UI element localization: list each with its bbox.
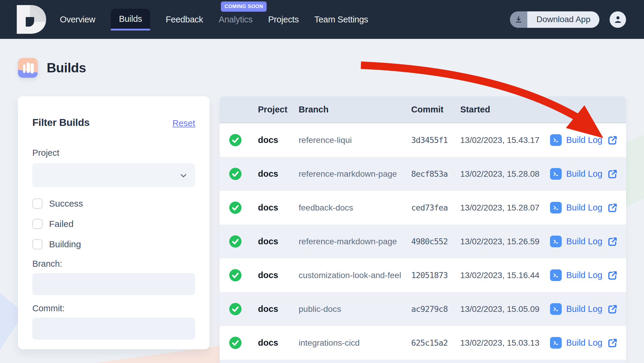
user-avatar-button[interactable] xyxy=(610,11,626,28)
build-log-link[interactable]: Build Log xyxy=(550,292,602,326)
build-log-link[interactable]: Build Log xyxy=(550,157,602,191)
table-row: docs customization-look-and-feel 1205187… xyxy=(220,258,626,292)
cell-started: 13/02/2023, 15.26.59 xyxy=(460,225,540,258)
success-status-icon xyxy=(229,303,242,315)
logo-d-icon xyxy=(17,5,47,34)
cell-started: 13/02/2023, 15.28.07 xyxy=(460,191,540,225)
failed-checkbox-label: Failed xyxy=(49,219,74,229)
column-header-project: Project xyxy=(258,96,287,123)
cell-project: docs xyxy=(258,292,278,326)
builds-page-icon xyxy=(18,58,38,78)
terminal-icon xyxy=(550,337,562,349)
build-log-link[interactable]: Build Log xyxy=(550,225,602,258)
build-log-link[interactable]: Build Log xyxy=(550,123,602,157)
decor-shape-teal xyxy=(626,135,644,207)
cell-commit: 3d3455f1 xyxy=(411,123,448,157)
cell-commit: 625c15a2 xyxy=(411,326,448,360)
build-log-label: Build Log xyxy=(566,169,602,179)
project-field-label: Project xyxy=(32,148,195,158)
cell-commit: ced73fea xyxy=(411,191,448,225)
cell-project: docs xyxy=(258,191,278,225)
nav-item-analytics-label: Analytics xyxy=(219,15,253,24)
filter-builds-panel: Filter Builds Reset Project Success Fail… xyxy=(18,96,209,349)
branch-field-label: Branch: xyxy=(32,259,195,269)
cell-branch: reference-markdown-page xyxy=(299,157,397,191)
success-status-icon xyxy=(229,337,242,349)
table-body: docs reference-liqui 3d3455f1 13/02/2023… xyxy=(220,123,626,363)
building-checkbox[interactable] xyxy=(32,239,42,249)
building-checkbox-label: Building xyxy=(49,239,81,249)
cell-branch: integrations-cicd xyxy=(299,326,360,360)
page-title: Builds xyxy=(47,60,86,75)
chevron-down-icon xyxy=(179,171,188,181)
nav-item-overview[interactable]: Overview xyxy=(60,15,95,25)
cell-branch: feedback-docs xyxy=(299,191,353,225)
cell-started: 13/02/2023, 15.03.13 xyxy=(460,326,540,360)
external-link-icon[interactable] xyxy=(607,270,618,281)
table-row: docs integrations-cicd 625c15a2 13/02/20… xyxy=(220,326,626,360)
success-status-icon xyxy=(229,202,242,214)
checkbox-row-success[interactable]: Success xyxy=(32,198,195,209)
nav-item-team-settings[interactable]: Team Settings xyxy=(314,15,368,25)
top-navigation-bar: Overview Builds Feedback COMING SOON Ana… xyxy=(0,0,644,39)
download-app-button[interactable]: Download App xyxy=(510,11,599,28)
nav-item-builds[interactable]: Builds xyxy=(111,9,150,29)
app-logo[interactable] xyxy=(17,5,47,34)
success-checkbox[interactable] xyxy=(32,199,42,209)
external-link-icon[interactable] xyxy=(607,303,618,315)
table-row: docs reference-markdown-page 8ecf853a 13… xyxy=(220,157,626,191)
build-log-label: Build Log xyxy=(566,338,602,348)
nav-item-builds-label: Builds xyxy=(119,14,142,24)
external-link-icon[interactable] xyxy=(607,168,618,180)
nav-item-projects[interactable]: Projects xyxy=(268,15,299,25)
cell-project: docs xyxy=(258,326,278,360)
build-log-label: Build Log xyxy=(566,237,602,246)
success-status-icon xyxy=(229,134,242,146)
cell-commit: 12051873 xyxy=(411,258,448,292)
external-link-icon[interactable] xyxy=(607,135,618,146)
cell-started: 13/02/2023, 15.05.09 xyxy=(460,292,540,326)
filter-panel-title: Filter Builds xyxy=(32,117,89,128)
nav-item-feedback[interactable]: Feedback xyxy=(166,15,203,25)
build-log-label: Build Log xyxy=(566,304,602,314)
checkbox-row-building[interactable]: Building xyxy=(32,239,195,250)
external-link-icon[interactable] xyxy=(607,202,618,213)
nav-item-analytics[interactable]: COMING SOON Analytics xyxy=(219,15,253,25)
project-select[interactable] xyxy=(32,163,195,187)
success-checkbox-label: Success xyxy=(49,199,83,209)
build-log-link[interactable]: Build Log xyxy=(550,258,602,292)
person-icon xyxy=(613,14,623,25)
reset-filters-link[interactable]: Reset xyxy=(172,118,195,128)
checkbox-row-failed[interactable]: Failed xyxy=(32,218,195,230)
build-log-label: Build Log xyxy=(566,135,602,145)
cell-started: 13/02/2023, 15.28.08 xyxy=(460,157,540,191)
build-log-link[interactable]: Build Log xyxy=(550,326,602,360)
table-row: docs feedback-docs ced73fea 13/02/2023, … xyxy=(220,191,626,225)
cell-branch: reference-markdown-page xyxy=(299,225,397,258)
cell-project: docs xyxy=(258,123,278,157)
column-header-started: Started xyxy=(460,96,490,123)
table-row: docs public-docs ac9279c8 13/02/2023, 15… xyxy=(220,292,626,326)
failed-checkbox[interactable] xyxy=(32,219,42,229)
nav-right-cluster: Download App xyxy=(510,0,644,39)
external-link-icon[interactable] xyxy=(607,236,618,247)
cell-commit: 8ecf853a xyxy=(411,157,448,191)
primary-nav: Overview Builds Feedback COMING SOON Ana… xyxy=(60,0,368,39)
status-checkbox-group: Success Failed Building xyxy=(32,198,195,250)
build-log-link[interactable]: Build Log xyxy=(550,191,602,225)
commit-input[interactable] xyxy=(32,318,195,340)
branch-input[interactable] xyxy=(32,273,195,295)
download-icon xyxy=(510,11,527,28)
external-link-icon[interactable] xyxy=(607,337,618,349)
cell-project: docs xyxy=(258,258,278,292)
table-header-row: Project Branch Commit Started xyxy=(220,96,626,123)
terminal-icon xyxy=(550,236,562,247)
terminal-icon xyxy=(550,202,562,213)
success-status-icon xyxy=(229,168,242,180)
terminal-icon xyxy=(550,303,562,315)
download-app-label: Download App xyxy=(527,11,599,28)
column-header-commit: Commit xyxy=(411,96,443,123)
page-header: Builds xyxy=(18,58,86,78)
success-status-icon xyxy=(229,269,242,281)
coming-soon-badge: COMING SOON xyxy=(221,1,267,12)
